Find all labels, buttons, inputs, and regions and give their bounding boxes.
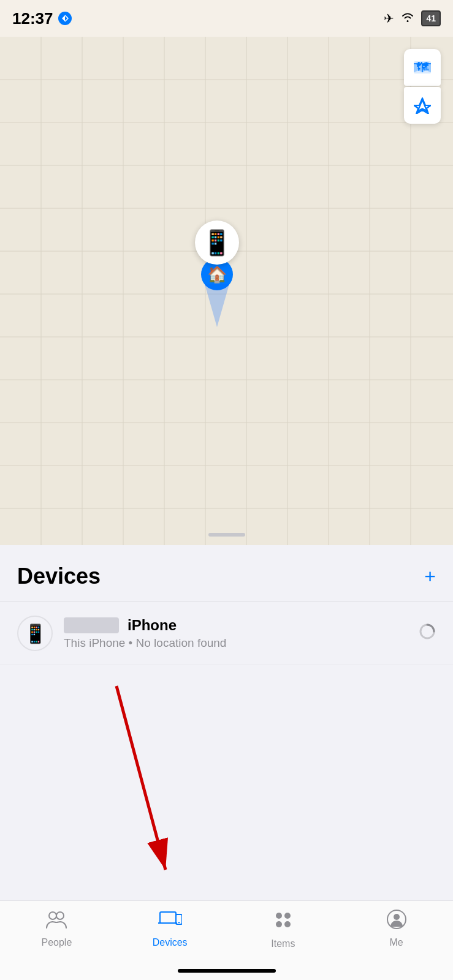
- status-time: 12:37: [12, 9, 72, 28]
- map-type-button[interactable]: 🗺: [404, 49, 441, 86]
- device-icon: 📱: [17, 616, 53, 651]
- tab-people[interactable]: People: [0, 910, 113, 948]
- device-name-row: iPhone: [64, 617, 408, 634]
- devices-panel: Devices + 📱 iPhone This iPhone • No loca…: [0, 545, 453, 919]
- tab-me[interactable]: Me: [340, 910, 453, 948]
- battery-indicator: 41: [421, 10, 441, 26]
- time-display: 12:37: [12, 9, 53, 28]
- people-icon: [45, 910, 67, 933]
- map-view[interactable]: 🗺 📱 🏠: [0, 37, 453, 564]
- svg-point-33: [276, 913, 282, 919]
- status-bar: 12:37 ✈ 41: [0, 0, 453, 37]
- tab-people-label: People: [41, 937, 72, 948]
- svg-point-36: [284, 921, 291, 927]
- panel-title: Devices: [17, 564, 101, 589]
- svg-point-34: [284, 913, 291, 919]
- svg-point-27: [49, 912, 56, 919]
- device-name: iPhone: [128, 617, 177, 634]
- map-controls: 🗺: [404, 49, 441, 124]
- add-device-button[interactable]: +: [424, 567, 436, 586]
- tab-devices-label: Devices: [153, 937, 188, 948]
- tab-items-label: Items: [271, 938, 295, 949]
- tab-items[interactable]: Items: [227, 910, 340, 949]
- device-name-redacted: [64, 617, 119, 633]
- tab-bar: People Devices Items: [0, 900, 453, 980]
- wifi-icon: [400, 12, 415, 26]
- items-icon: [273, 910, 294, 935]
- tab-devices[interactable]: Devices: [113, 910, 227, 948]
- devices-icon: [158, 910, 182, 933]
- svg-point-35: [276, 921, 282, 927]
- location-services-icon: [58, 12, 72, 25]
- airplane-icon: ✈: [384, 11, 394, 26]
- svg-point-28: [56, 912, 64, 919]
- home-indicator: [178, 969, 276, 973]
- device-list-item[interactable]: 📱 iPhone This iPhone • No location found: [0, 602, 453, 665]
- panel-header: Devices +: [0, 545, 453, 602]
- device-subtitle: This iPhone • No location found: [64, 636, 408, 650]
- svg-text:🗺: 🗺: [416, 60, 428, 74]
- tab-me-label: Me: [390, 937, 403, 948]
- loading-spinner: [419, 623, 436, 644]
- status-right: ✈ 41: [384, 10, 441, 26]
- svg-rect-29: [160, 912, 176, 923]
- location-beam: [205, 284, 229, 327]
- drag-handle[interactable]: [208, 533, 245, 537]
- device-bubble: 📱: [195, 221, 239, 265]
- device-info: iPhone This iPhone • No location found: [64, 617, 408, 650]
- device-map-marker[interactable]: 📱 🏠: [195, 221, 239, 290]
- location-button[interactable]: [404, 87, 441, 124]
- me-icon: [387, 910, 406, 933]
- svg-point-38: [394, 914, 400, 920]
